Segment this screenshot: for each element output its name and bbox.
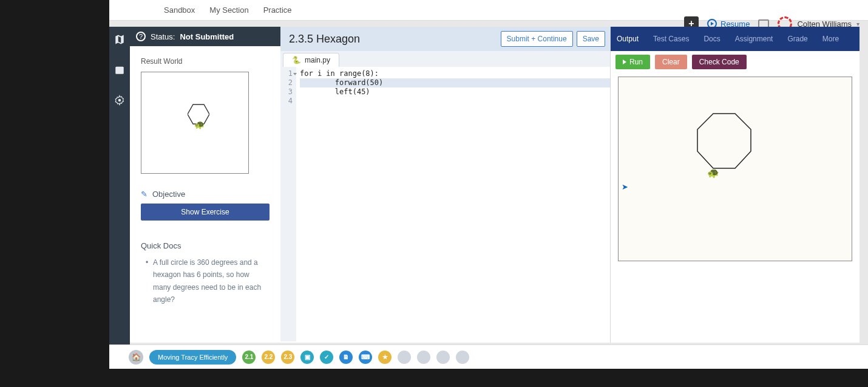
tab-grade[interactable]: Grade bbox=[787, 35, 807, 43]
check-code-button[interactable]: Check Code bbox=[692, 55, 747, 69]
doc-badge-icon[interactable]: 🗎 bbox=[339, 351, 353, 364]
sidebar: ? Status: Not Submitted Result World 🐢 ✎… bbox=[130, 27, 280, 343]
progress-badge-23[interactable]: 2.3 bbox=[281, 351, 294, 364]
status-label: Status: bbox=[151, 32, 175, 41]
output-canvas: 🐢 bbox=[618, 77, 852, 261]
tab-assignment[interactable]: Assignment bbox=[735, 35, 773, 43]
file-tab-bar: 🐍 main.py bbox=[280, 51, 610, 67]
progress-badge-22[interactable]: 2.2 bbox=[262, 351, 275, 364]
drawn-shape-icon bbox=[695, 111, 753, 170]
tab-docs[interactable]: Docs bbox=[704, 35, 720, 43]
locked-badge-3 bbox=[436, 351, 450, 364]
map-icon[interactable] bbox=[114, 34, 125, 45]
file-tab-main[interactable]: 🐍 main.py bbox=[283, 53, 339, 67]
code-badge-icon[interactable]: ⌨ bbox=[359, 351, 372, 364]
quick-docs-text: A full circle is 360 degrees and a hexag… bbox=[130, 256, 280, 306]
result-world-title: Result World bbox=[130, 57, 280, 72]
svg-point-4 bbox=[118, 99, 121, 102]
gear-icon[interactable] bbox=[114, 95, 125, 106]
objective-heading: ✎ Objective bbox=[130, 174, 280, 204]
left-rail bbox=[109, 27, 130, 367]
submit-continue-button[interactable]: Submit + Continue bbox=[501, 31, 573, 47]
quick-docs-heading: Quick Docs bbox=[130, 221, 280, 256]
code-content[interactable]: for i in range(8): forward(50) left(45) bbox=[296, 67, 610, 341]
locked-badge-4 bbox=[456, 351, 469, 364]
output-pane: Output Test Cases Docs Assignment Grade … bbox=[611, 27, 860, 343]
tab-more[interactable]: More bbox=[822, 35, 839, 43]
code-line-3[interactable]: forward(50) bbox=[300, 78, 610, 87]
tab-output[interactable]: Output bbox=[617, 35, 639, 43]
objective-label: Objective bbox=[152, 190, 185, 199]
star-badge-icon[interactable]: ★ bbox=[378, 351, 392, 364]
run-button[interactable]: Run bbox=[615, 55, 650, 69]
clear-button[interactable]: Clear bbox=[655, 55, 687, 69]
editor-pane: 2.3.5 Hexagon Submit + Continue Save 🐍 m… bbox=[280, 27, 611, 343]
output-action-bar: Run Clear Check Code bbox=[611, 51, 860, 73]
save-button[interactable]: Save bbox=[577, 31, 605, 47]
status-bar: ? Status: Not Submitted bbox=[130, 27, 280, 46]
line-gutter: 1234 bbox=[280, 67, 296, 341]
check-badge-icon[interactable]: ✓ bbox=[320, 351, 333, 364]
show-exercise-button[interactable]: Show Exercise bbox=[141, 204, 270, 221]
chevron-down-icon: ▾ bbox=[856, 21, 860, 27]
output-tab-bar: Output Test Cases Docs Assignment Grade … bbox=[611, 27, 860, 51]
turtle-icon: 🐢 bbox=[194, 120, 205, 129]
code-editor[interactable]: 1234 for i in range(8): forward(50) left… bbox=[280, 67, 610, 341]
turtle-output-icon: 🐢 bbox=[707, 167, 719, 179]
svg-rect-3 bbox=[115, 67, 124, 74]
bottom-bar: 🏠 Moving Tracy Efficiently 2.1 2.2 2.3 ▣… bbox=[109, 344, 868, 369]
exercise-title: 2.3.5 Hexagon bbox=[289, 33, 360, 46]
help-icon[interactable]: ? bbox=[136, 32, 146, 41]
result-world-canvas: 🐢 bbox=[141, 72, 249, 174]
calendar-icon[interactable] bbox=[114, 64, 125, 75]
lesson-pill[interactable]: Moving Tracy Efficiently bbox=[149, 350, 236, 365]
code-line-2[interactable]: for i in range(8): bbox=[300, 69, 610, 78]
pencil-icon: ✎ bbox=[141, 190, 147, 199]
python-icon: 🐍 bbox=[292, 56, 301, 64]
svg-marker-8 bbox=[697, 114, 751, 168]
progress-badge-21[interactable]: 2.1 bbox=[242, 351, 256, 364]
tab-sandbox[interactable]: Sandbox bbox=[164, 5, 195, 15]
tab-test-cases[interactable]: Test Cases bbox=[653, 35, 689, 43]
code-line-4[interactable]: left(45) bbox=[300, 87, 610, 97]
tab-my-section[interactable]: My Section bbox=[209, 5, 248, 15]
locked-badge-1 bbox=[398, 351, 411, 364]
locked-badge-2 bbox=[417, 351, 430, 364]
editor-header: 2.3.5 Hexagon Submit + Continue Save bbox=[280, 27, 610, 51]
monitor-bezel-left bbox=[0, 0, 109, 387]
home-button[interactable]: 🏠 bbox=[129, 350, 143, 365]
mouse-cursor-icon: ➤ bbox=[622, 182, 628, 191]
video-badge-icon[interactable]: ▣ bbox=[300, 351, 314, 364]
tab-practice[interactable]: Practice bbox=[263, 5, 292, 15]
file-tab-label: main.py bbox=[305, 56, 330, 64]
monitor-bezel-bottom bbox=[0, 369, 868, 387]
status-value: Not Submitted bbox=[180, 32, 234, 41]
